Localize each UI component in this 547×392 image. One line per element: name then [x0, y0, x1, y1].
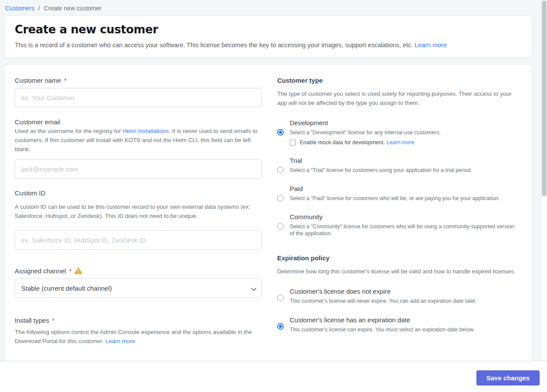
- enable-mock-data-row: Enable mock data for development. Learn …: [290, 139, 441, 146]
- install-types-label: Install types *: [15, 317, 262, 324]
- customer-email-label-text: Customer email: [15, 118, 60, 126]
- assigned-channel-select[interactable]: Stable (current default channel): [15, 279, 262, 298]
- page-title: Create a new customer: [15, 23, 521, 36]
- customer-name-label-text: Customer name: [15, 77, 61, 84]
- radio-license-does-not-expire[interactable]: [277, 295, 284, 301]
- customer-type-description: The type of customer you select is used …: [277, 89, 518, 107]
- install-types-field-group: Install types * The following options co…: [15, 317, 262, 346]
- breadcrumb-current: Create new customer: [44, 5, 101, 12]
- radio-trial[interactable]: [277, 167, 284, 173]
- sticky-footer: Save changes: [0, 361, 547, 392]
- page-description-text: This is a record of a customer who can a…: [15, 42, 414, 49]
- customer-name-label: Customer name *: [15, 77, 262, 84]
- header-learn-more-link[interactable]: Learn more: [414, 42, 447, 49]
- customer-type-option-community: Community Select a "Community" license f…: [277, 213, 518, 237]
- paid-option-label[interactable]: Paid: [290, 185, 518, 192]
- enable-mock-data-checkbox[interactable]: [290, 139, 296, 146]
- customer-email-help-before: Used as the username for the registry fo…: [15, 128, 123, 134]
- breadcrumb: Customers / Create new customer: [0, 0, 547, 12]
- custom-id-label: Custom ID: [15, 189, 262, 197]
- customer-type-option-trial: Trial Select a "Trial" license for custo…: [277, 157, 518, 174]
- customer-email-help: Used as the username for the registry fo…: [15, 126, 262, 154]
- custom-id-label-text: Custom ID: [15, 189, 45, 197]
- customer-type-heading: Customer type: [277, 77, 518, 84]
- expiration-policy-section: Expiration policy Determine how long thi…: [277, 254, 518, 333]
- radio-development[interactable]: [277, 129, 284, 136]
- enable-mock-data-label[interactable]: Enable mock data for development.: [300, 139, 385, 146]
- customer-type-option-paid: Paid Select a "Paid" license for custome…: [277, 185, 518, 202]
- no-expire-option-description: This customer's license will never expir…: [290, 297, 477, 305]
- expiration-option-has-expiration: Customer's license has an expiration dat…: [277, 316, 518, 333]
- customer-name-field-group: Customer name *: [15, 77, 262, 118]
- no-expire-option-label[interactable]: Customer's license does not expire: [290, 288, 518, 295]
- has-expiration-option-description: This customer's license can expire. You …: [290, 325, 475, 333]
- form-right-column: Customer type The type of customer you s…: [277, 77, 518, 376]
- community-option-description: Select a "Community" license for custome…: [290, 222, 518, 237]
- customer-email-input[interactable]: [15, 159, 262, 178]
- assigned-channel-select-wrap: Stable (current default channel): [15, 279, 262, 298]
- breadcrumb-customers-link[interactable]: Customers: [5, 5, 35, 12]
- mock-data-learn-more-link[interactable]: Learn more: [387, 139, 414, 146]
- custom-id-field-group: Custom ID A custom ID can be used to tie…: [15, 189, 262, 267]
- page-header-card: Create a new customer This is a record o…: [4, 16, 532, 58]
- customer-email-label: Customer email: [15, 118, 262, 126]
- development-option-description: Select a "Development" license for any i…: [290, 128, 441, 136]
- trial-option-label[interactable]: Trial: [290, 157, 518, 164]
- required-asterisk: *: [69, 267, 71, 275]
- scrollbar-track[interactable]: [541, 0, 547, 361]
- helm-installations-link[interactable]: Helm Installations: [123, 128, 169, 134]
- assigned-channel-label: Assigned channel *: [15, 267, 262, 275]
- radio-paid[interactable]: [277, 195, 284, 201]
- scrollbar-thumb[interactable]: [542, 0, 547, 196]
- required-asterisk: *: [52, 317, 55, 324]
- expiration-policy-description: Determine how long this customer's licen…: [277, 267, 518, 276]
- page-description: This is a record of a customer who can a…: [15, 42, 521, 49]
- install-types-learn-more-link[interactable]: Learn more: [105, 338, 135, 344]
- assigned-channel-field-group: Assigned channel * Stable (current defau…: [15, 267, 262, 298]
- customer-type-option-development: Development Select a "Development" licen…: [277, 119, 518, 146]
- warning-triangle-icon: [74, 267, 82, 274]
- breadcrumb-separator: /: [39, 5, 40, 12]
- assigned-channel-label-text: Assigned channel: [15, 267, 66, 275]
- customer-form-card: Customer name * Customer email Used as t…: [4, 65, 532, 392]
- save-button[interactable]: Save changes: [476, 370, 540, 386]
- paid-option-description: Select a "Paid" license for customers wh…: [290, 194, 500, 202]
- customer-name-input[interactable]: [15, 88, 262, 107]
- trial-option-description: Select a "Trial" license for customers u…: [290, 166, 472, 174]
- form-left-column: Customer name * Customer email Used as t…: [15, 77, 262, 376]
- development-option-body: Select a "Development" license for any i…: [290, 128, 441, 146]
- has-expiration-option-label[interactable]: Customer's license has an expiration dat…: [290, 316, 518, 324]
- customer-email-field-group: Customer email Used as the username for …: [15, 118, 262, 189]
- install-types-help: The following options control the Admin …: [15, 327, 262, 346]
- install-types-label-text: Install types: [15, 317, 49, 324]
- community-option-label[interactable]: Community: [290, 213, 518, 220]
- customer-type-section: Customer type The type of customer you s…: [277, 77, 518, 237]
- development-option-label[interactable]: Development: [290, 119, 518, 126]
- radio-license-has-expiration-date[interactable]: [277, 323, 284, 330]
- custom-id-help: A custom ID can be used to tie this cust…: [15, 202, 262, 220]
- expiration-option-no-expire: Customer's license does not expire This …: [277, 288, 518, 305]
- required-asterisk: *: [64, 77, 67, 84]
- radio-community[interactable]: [277, 223, 284, 230]
- expiration-policy-heading: Expiration policy: [277, 254, 518, 262]
- custom-id-input[interactable]: [15, 230, 262, 249]
